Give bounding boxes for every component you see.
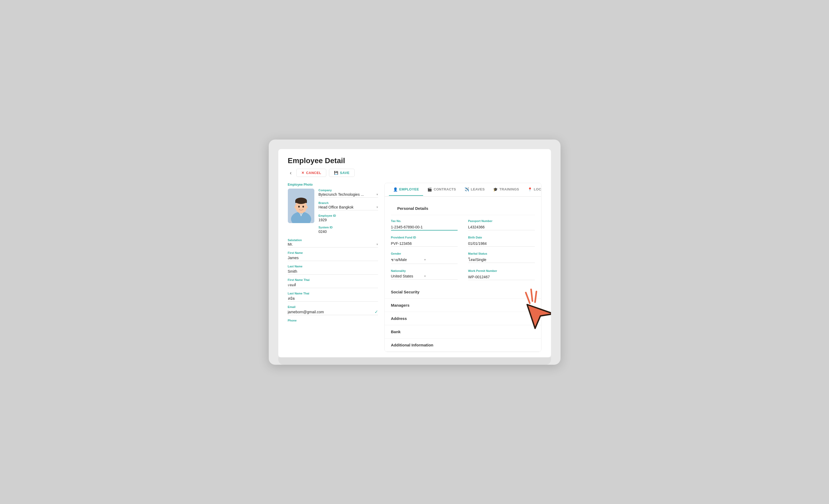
passport-label: Passport Number	[468, 219, 535, 222]
employee-photo	[288, 189, 314, 223]
locations-tab-label: LOCATIONS	[534, 187, 541, 191]
email-check-icon: ✓	[374, 309, 378, 314]
back-button[interactable]: ‹	[288, 169, 294, 177]
company-value: Bytecrunch Technologies ...	[319, 192, 364, 196]
salutation-field: Salutation Mr. ▾	[288, 239, 378, 248]
cancel-x-icon: ✕	[301, 171, 304, 175]
nationality-chevron-icon: ▾	[424, 274, 458, 278]
first-name-input[interactable]	[288, 255, 378, 261]
leaves-tab-icon: ✈️	[465, 187, 469, 191]
first-name-thai-field: First Name Thai	[288, 278, 378, 288]
last-name-thai-input[interactable]	[288, 295, 378, 301]
gender-label: Gender	[391, 252, 458, 255]
provident-fund-field: Provident Fund ID	[391, 236, 458, 247]
last-name-thai-label: Last Name Thai	[288, 292, 378, 295]
svg-point-8	[294, 206, 296, 208]
company-label: Company	[319, 189, 378, 192]
save-label: SAVE	[340, 171, 349, 175]
branch-value: Head Office Bangkok	[319, 205, 354, 209]
additional-information-header[interactable]: Additional Information	[385, 338, 541, 352]
contracts-tab-icon: 🎬	[427, 187, 432, 191]
tab-trainings[interactable]: 🎓 TRAININGS	[489, 184, 524, 196]
passport-field: Passport Number	[468, 219, 535, 230]
cancel-label: CANCEL	[306, 171, 321, 175]
locations-tab-icon: 📍	[528, 187, 532, 191]
gender-field: Gender ชาย/Male ▾	[391, 252, 458, 264]
social-security-header[interactable]: Social Security	[385, 285, 541, 299]
page-title: Employee Detail	[288, 156, 541, 165]
salutation-value: Mr.	[288, 242, 293, 246]
marital-status-field: Marital Status	[468, 252, 535, 264]
personal-details-section: Personal Details Tax No. Passport Number	[385, 196, 541, 285]
provident-fund-label: Provident Fund ID	[391, 236, 458, 239]
laptop-base	[278, 357, 551, 365]
personal-details-grid: Tax No. Passport Number	[391, 219, 535, 280]
bank-header[interactable]: Bank	[385, 325, 541, 338]
tab-leaves[interactable]: ✈️ LEAVES	[460, 184, 489, 196]
tax-no-label: Tax No.	[391, 219, 458, 222]
managers-header[interactable]: Managers	[385, 299, 541, 312]
company-field: Company Bytecrunch Technologies ... ▾	[319, 189, 378, 197]
first-name-thai-label: First Name Thai	[288, 278, 378, 282]
company-dropdown[interactable]: Bytecrunch Technologies ... ▾	[319, 192, 378, 197]
employee-id-field: Employee ID 1929	[319, 214, 378, 222]
employee-id-label: Employee ID	[319, 214, 378, 217]
tab-employee[interactable]: 👤 EMPLOYEE	[389, 184, 423, 196]
system-id-value: 0240	[319, 229, 378, 234]
tab-contracts[interactable]: 🎬 CONTRACTS	[423, 184, 460, 196]
birth-date-input[interactable]	[468, 241, 535, 247]
employee-tab-label: EMPLOYEE	[399, 187, 419, 191]
gender-value: ชาย/Male	[391, 257, 425, 263]
email-input[interactable]	[288, 309, 374, 315]
email-row: ✓	[288, 309, 378, 315]
save-button[interactable]: 💾 SAVE	[329, 169, 355, 177]
nationality-value: United States	[391, 274, 425, 278]
toolbar: ‹ ✕ CANCEL 💾 SAVE	[288, 169, 541, 177]
gender-dropdown[interactable]: ชาย/Male ▾	[391, 257, 458, 264]
personal-details-header[interactable]: Personal Details	[391, 202, 535, 215]
first-name-thai-input[interactable]	[288, 282, 378, 288]
tax-no-field: Tax No.	[391, 219, 458, 230]
work-permit-input[interactable]	[468, 274, 535, 280]
cancel-button[interactable]: ✕ CANCEL	[296, 169, 326, 177]
content-area: Personal Details Tax No. Passport Number	[385, 196, 541, 352]
company-chevron-icon: ▾	[376, 192, 378, 196]
first-name-label: First Name	[288, 251, 378, 254]
svg-point-7	[302, 206, 304, 208]
nationality-label: Nationality	[391, 269, 458, 273]
tab-locations[interactable]: 📍 LOCATIONS	[524, 184, 541, 196]
last-name-thai-field: Last Name Thai	[288, 292, 378, 301]
provident-fund-input[interactable]	[391, 241, 458, 247]
phone-field: Phone	[288, 319, 378, 322]
nationality-dropdown[interactable]: United States ▾	[391, 274, 458, 280]
employee-tab-icon: 👤	[393, 187, 398, 191]
svg-point-6	[298, 206, 300, 208]
salutation-label: Salutation	[288, 239, 378, 242]
salutation-chevron-icon: ▾	[376, 243, 378, 246]
employee-id-value: 1929	[319, 218, 378, 222]
branch-label: Branch	[319, 201, 378, 205]
system-id-field: System ID 0240	[319, 226, 378, 234]
svg-rect-5	[295, 201, 307, 203]
passport-input[interactable]	[468, 224, 535, 230]
email-label: Email	[288, 305, 378, 309]
last-name-label: Last Name	[288, 265, 378, 268]
marital-status-label: Marital Status	[468, 252, 535, 255]
marital-status-input[interactable]	[468, 257, 535, 263]
address-header[interactable]: Address	[385, 312, 541, 325]
trainings-tab-label: TRAININGS	[500, 187, 519, 191]
branch-dropdown[interactable]: Head Office Bangkok ▾	[319, 205, 378, 210]
tax-no-input[interactable]	[391, 224, 458, 230]
right-panel: 👤 EMPLOYEE 🎬 CONTRACTS ✈️ LEAVES 🎓	[385, 183, 541, 352]
leaves-tab-label: LEAVES	[471, 187, 485, 191]
trainings-tab-icon: 🎓	[493, 187, 498, 191]
contracts-tab-label: CONTRACTS	[434, 187, 456, 191]
gender-chevron-icon: ▾	[424, 258, 458, 261]
last-name-input[interactable]	[288, 268, 378, 275]
salutation-dropdown[interactable]: Mr. ▾	[288, 242, 378, 248]
company-info: Company Bytecrunch Technologies ... ▾ Br…	[319, 189, 378, 234]
employee-photo-label: Employee Photo	[288, 183, 378, 186]
last-name-field: Last Name	[288, 265, 378, 275]
nationality-field: Nationality United States ▾	[391, 269, 458, 280]
branch-chevron-icon: ▾	[376, 205, 378, 209]
